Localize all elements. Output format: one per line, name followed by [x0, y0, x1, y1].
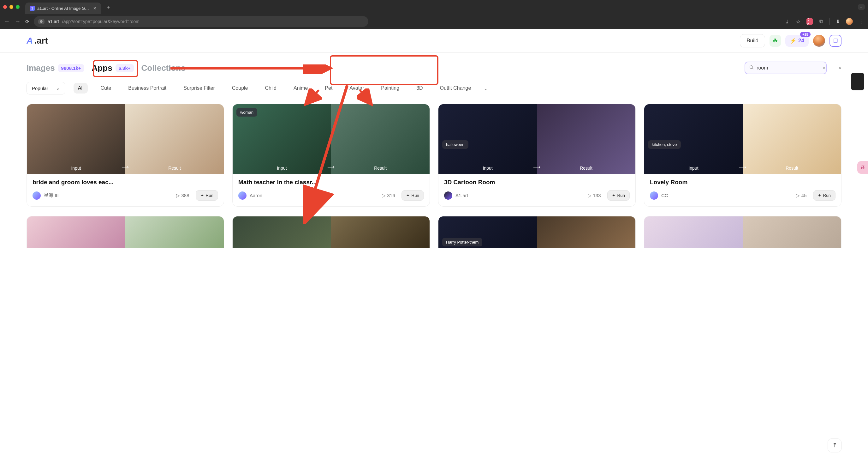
- result-preview: Result: [537, 104, 636, 174]
- app-card[interactable]: Input Result ⟶ halloween 3D Cartoon Room…: [438, 104, 636, 207]
- app-card[interactable]: Harry Potter-them: [438, 216, 636, 248]
- app-card[interactable]: Input Result ⟶ bride and groom loves eac…: [27, 104, 224, 207]
- run-button[interactable]: ✦Run: [196, 190, 218, 201]
- minimize-window-icon[interactable]: [9, 5, 13, 9]
- filter-avatar[interactable]: Avatar: [345, 83, 368, 93]
- author-avatar[interactable]: [32, 192, 41, 200]
- credits-value: 24: [798, 37, 804, 44]
- result-label: Result: [580, 166, 592, 171]
- filter-business-portrait[interactable]: Business Portrait: [124, 83, 171, 93]
- arrow-icon: ⟶: [327, 164, 335, 170]
- url-path: /app?sortType=popular&keyword=room: [62, 19, 140, 24]
- site-header: A.art Build ☘ ⚡ 24 +25 ❐: [0, 29, 868, 53]
- search-icon: [749, 65, 754, 71]
- author-name[interactable]: CC: [661, 193, 668, 198]
- browser-tab[interactable]: 1 a1.art - Online AI Image Gene ✕: [25, 2, 101, 14]
- author-avatar[interactable]: [444, 192, 452, 200]
- arrow-icon: ⟶: [739, 164, 747, 170]
- reload-button[interactable]: ⟳: [25, 19, 29, 25]
- run-button[interactable]: ✦Run: [813, 190, 836, 201]
- run-count: ▷ 45: [796, 193, 807, 198]
- address-bar[interactable]: ⚙ a1.art/app?sortType=popular&keyword=ro…: [34, 16, 368, 27]
- library-button[interactable]: ❐: [830, 35, 841, 47]
- input-preview: [27, 217, 125, 248]
- tab-bar: 1 a1.art - Online AI Image Gene ✕ ＋ ⌄: [0, 0, 868, 14]
- input-preview: Input: [27, 104, 125, 174]
- svg-point-0: [750, 66, 753, 68]
- forward-button: →: [14, 18, 21, 25]
- arrow-icon: ⟶: [533, 164, 541, 170]
- author-name[interactable]: 星海 III: [44, 193, 59, 198]
- tabs-overflow-icon[interactable]: ⌄: [858, 4, 865, 10]
- result-label: Result: [786, 166, 798, 171]
- menu-icon[interactable]: ⋮: [858, 18, 864, 25]
- filter-painting[interactable]: Painting: [377, 83, 404, 93]
- run-button[interactable]: ✦Run: [607, 190, 630, 201]
- browser-chrome: 1 a1.art - Online AI Image Gene ✕ ＋ ⌄ ← …: [0, 0, 868, 29]
- user-avatar[interactable]: [813, 35, 825, 47]
- author-name[interactable]: Aaron: [250, 193, 262, 198]
- extensions-icon[interactable]: ⧉: [818, 18, 824, 25]
- filter-all[interactable]: All: [73, 83, 88, 93]
- floating-translate-widget[interactable]: 译: [857, 161, 868, 174]
- card-title: Math teacher in the classr...: [238, 179, 424, 186]
- new-tab-button[interactable]: ＋: [105, 3, 111, 11]
- result-preview: [537, 217, 636, 248]
- card-title: Lovely Room: [650, 179, 836, 186]
- app-card[interactable]: [644, 216, 841, 248]
- filter-anime[interactable]: Anime: [289, 83, 312, 93]
- result-preview: Result: [125, 104, 224, 174]
- filter-outfit-change[interactable]: Outfit Change: [436, 83, 476, 93]
- profile-avatar-icon[interactable]: [846, 18, 853, 25]
- build-button[interactable]: Build: [740, 34, 765, 48]
- bookmark-icon[interactable]: ☆: [795, 18, 801, 25]
- app-card[interactable]: Input Result ⟶ woman Math teacher in the…: [232, 104, 430, 207]
- credits-chip[interactable]: ⚡ 24 +25: [785, 35, 809, 47]
- filter-row: Popular ⌄ All Cute Business Portrait Sur…: [0, 78, 868, 101]
- sort-dropdown[interactable]: Popular ⌄: [27, 82, 65, 94]
- app-card[interactable]: Input Result ⟶ kitchen, stove Lovely Roo…: [644, 104, 841, 207]
- filter-3d[interactable]: 3D: [412, 83, 427, 93]
- site-settings-icon[interactable]: ⚙: [38, 19, 44, 24]
- logo[interactable]: A.art: [27, 36, 48, 46]
- tab-images[interactable]: Images 9808.1k+: [27, 63, 84, 73]
- author-avatar[interactable]: [238, 192, 247, 200]
- filter-child[interactable]: Child: [261, 83, 281, 93]
- filter-couple[interactable]: Couple: [227, 83, 252, 93]
- author-avatar[interactable]: [650, 192, 658, 200]
- downloads-icon[interactable]: ⬇: [835, 18, 841, 25]
- tag-chip: Harry Potter-them: [442, 238, 482, 247]
- filter-surprise-filter[interactable]: Surprise Filter: [179, 83, 219, 93]
- search-input[interactable]: [756, 65, 820, 71]
- window-controls[interactable]: [3, 5, 20, 9]
- search-box[interactable]: ✕: [745, 62, 827, 74]
- card-preview: Input Result ⟶ kitchen, stove: [644, 104, 841, 174]
- app-card[interactable]: [232, 216, 430, 248]
- translate-extension-icon[interactable]: 文A: [806, 18, 813, 25]
- tab-collections[interactable]: Collections: [142, 63, 186, 73]
- close-window-icon[interactable]: [3, 5, 7, 9]
- chevron-down-icon: ⌄: [56, 85, 60, 91]
- tab-images-count: 9808.1k+: [58, 64, 84, 72]
- author-name[interactable]: A1.art: [456, 193, 468, 198]
- floating-preview-widget[interactable]: [851, 73, 864, 90]
- install-app-icon[interactable]: ⤓: [784, 18, 790, 25]
- filter-more-icon[interactable]: ⌄: [484, 85, 488, 91]
- tag-chip: woman: [237, 108, 257, 117]
- input-label: Input: [71, 166, 81, 171]
- wechat-icon[interactable]: ☘: [770, 35, 781, 47]
- result-preview: [743, 217, 841, 248]
- input-label: Input: [483, 166, 492, 171]
- tag-chip: halloween: [442, 140, 468, 149]
- filter-cute[interactable]: Cute: [96, 83, 116, 93]
- clear-search-icon[interactable]: ✕: [822, 65, 826, 70]
- maximize-window-icon[interactable]: [16, 5, 20, 9]
- app-card[interactable]: [27, 216, 224, 248]
- tab-collections-label: Collections: [142, 63, 186, 73]
- tab-apps[interactable]: Apps 6.3k+: [92, 63, 134, 73]
- collapse-panel-icon[interactable]: «: [839, 65, 841, 71]
- run-button[interactable]: ✦Run: [402, 190, 424, 201]
- back-button[interactable]: ←: [4, 18, 10, 25]
- filter-pet[interactable]: Pet: [320, 83, 337, 93]
- tab-close-icon[interactable]: ✕: [93, 6, 97, 11]
